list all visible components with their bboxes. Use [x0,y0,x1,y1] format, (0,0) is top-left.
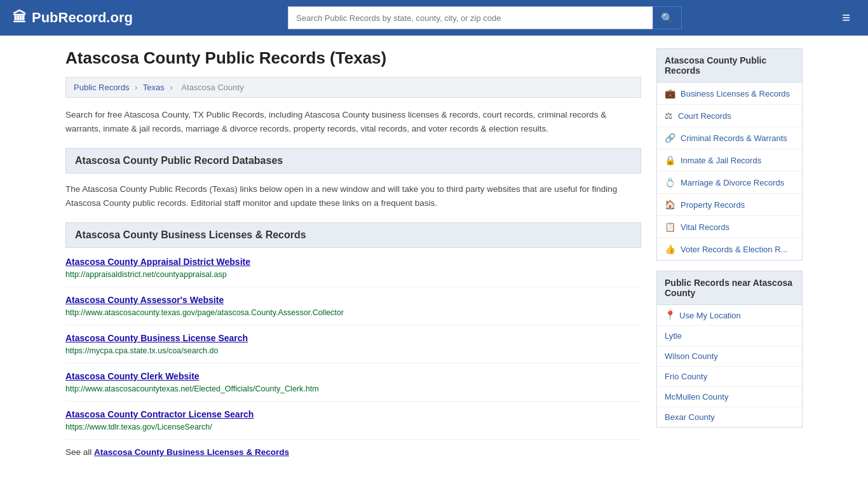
business-section-header: Atascosa County Business Licenses & Reco… [65,222,641,248]
sidebar-item-voter-records[interactable]: 👍 Voter Records & Election R... [657,238,802,260]
record-link-url-2[interactable]: https://mycpa.cpa.state.tx.us/coa/search… [65,346,218,355]
nearby-lytle[interactable]: Lytle [657,326,802,346]
link-icon: 🔗 [665,133,675,143]
page-title: Atascosa County Public Records (Texas) [65,48,641,68]
breadcrumb-county: Atascosa County [181,83,243,92]
record-link-1: Atascosa County Assessor's Website http:… [65,295,641,325]
record-link-url-0[interactable]: http://appraisaldistrict.net/countyappra… [65,270,227,279]
hamburger-button[interactable]: ≡ [837,7,855,29]
logo-icon: 🏛 [13,10,27,26]
search-button[interactable]: 🔍 [653,6,682,29]
record-link-2: Atascosa County Business License Search … [65,333,641,363]
location-pin-icon: 📍 [665,310,675,320]
nearby-wilson-county[interactable]: Wilson County [657,346,802,367]
record-link-url-4[interactable]: https://www.tdlr.texas.gov/LicenseSearch… [65,423,212,431]
search-input[interactable] [288,6,653,29]
record-link-title-1[interactable]: Atascosa County Assessor's Website [65,295,641,305]
home-icon: 🏠 [665,200,675,210]
sidebar-record-types: 💼 Business Licenses & Records ⚖ Court Re… [656,83,803,261]
record-link-title-3[interactable]: Atascosa County Clerk Website [65,371,641,381]
record-link-title-0[interactable]: Atascosa County Appraisal District Websi… [65,257,641,267]
see-all: See all Atascosa County Business License… [65,447,641,457]
nearby-mcmullen-county[interactable]: McMullen County [657,387,802,407]
sidebar-section-title: Atascosa County Public Records [656,48,803,83]
breadcrumb-public-records[interactable]: Public Records [74,83,129,92]
databases-description: The Atascosa County Public Records (Texa… [65,182,641,210]
databases-section-header: Atascosa County Public Record Databases [65,148,641,173]
search-bar: 🔍 [288,6,682,29]
page-description: Search for free Atascosa County, TX Publ… [65,108,641,135]
sidebar-nearby-title: Public Records near Atascosa County [656,271,803,305]
lock-icon: 🔒 [665,155,675,165]
ring-icon: 💍 [665,177,675,187]
logo-text: PubRecord.org [32,10,133,26]
record-link-3: Atascosa County Clerk Website http://www… [65,371,641,402]
briefcase-icon: 💼 [665,88,675,98]
sidebar-item-property-records[interactable]: 🏠 Property Records [657,194,802,216]
record-link-url-3[interactable]: http://www.atascosacountytexas.net/Elect… [65,384,319,393]
scales-icon: ⚖ [665,111,673,121]
breadcrumb-texas[interactable]: Texas [143,83,165,92]
sidebar-item-criminal-records[interactable]: 🔗 Criminal Records & Warrants [657,127,802,149]
header: 🏛 PubRecord.org 🔍 ≡ [0,0,868,36]
nearby-frio-county[interactable]: Frio County [657,367,802,387]
see-all-link[interactable]: Atascosa County Business Licenses & Reco… [94,447,289,457]
sidebar: Atascosa County Public Records 💼 Busines… [656,48,803,457]
content-area: Atascosa County Public Records (Texas) P… [65,48,641,457]
breadcrumb: Public Records › Texas › Atascosa County [65,77,641,98]
record-link-4: Atascosa County Contractor License Searc… [65,409,641,440]
logo[interactable]: 🏛 PubRecord.org [13,10,133,26]
sidebar-item-marriage-records[interactable]: 💍 Marriage & Divorce Records [657,172,802,194]
thumbsup-icon: 👍 [665,244,675,254]
record-link-url-1[interactable]: http://www.atascosacounty.texas.gov/page… [65,308,344,317]
record-link-title-2[interactable]: Atascosa County Business License Search [65,333,641,343]
use-my-location[interactable]: 📍 Use My Location [657,305,802,326]
sidebar-item-vital-records[interactable]: 📋 Vital Records [657,216,802,238]
sidebar-item-business-licenses[interactable]: 💼 Business Licenses & Records [657,83,802,105]
nearby-bexar-county[interactable]: Bexar County [657,407,802,427]
sidebar-item-court-records[interactable]: ⚖ Court Records [657,105,802,127]
record-link-0: Atascosa County Appraisal District Websi… [65,257,641,287]
document-icon: 📋 [665,222,675,232]
record-link-title-4[interactable]: Atascosa County Contractor License Searc… [65,409,641,419]
sidebar-item-inmate-records[interactable]: 🔒 Inmate & Jail Records [657,149,802,172]
main-container: Atascosa County Public Records (Texas) P… [53,36,815,470]
sidebar-nearby-list: 📍 Use My Location Lytle Wilson County Fr… [656,305,803,428]
